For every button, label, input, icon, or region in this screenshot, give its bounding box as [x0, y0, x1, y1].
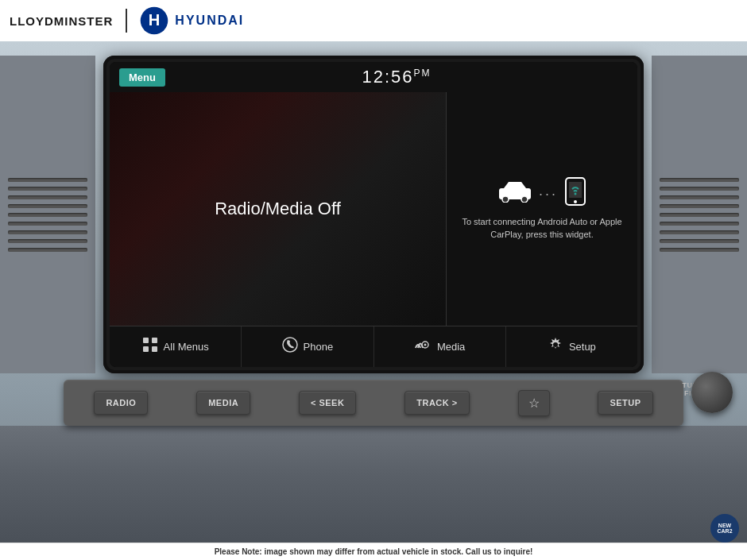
logo-bar: LLOYDMINSTER H HYUNDAI [0, 0, 747, 41]
vent-slot [660, 178, 739, 182]
vent-slot [8, 239, 87, 243]
brand-name: HYUNDAI [175, 14, 244, 28]
volume-knob[interactable] [691, 372, 733, 413]
nav-setup[interactable]: Setup [506, 326, 637, 367]
disclaimer-bar: Please Note: image shown may differ from… [0, 543, 747, 560]
svg-point-7 [574, 200, 577, 203]
vent-slot [8, 204, 87, 208]
grid-icon [142, 337, 158, 357]
connect-text: To start connecting Android Auto or Appl… [456, 215, 628, 241]
svg-rect-9 [143, 338, 149, 343]
car-icon [497, 180, 532, 203]
vent-slot [660, 230, 739, 234]
phone-nav-icon [282, 337, 298, 357]
menu-button[interactable]: Menu [119, 68, 165, 87]
vent-slot [660, 187, 739, 191]
dashboard-panel [0, 426, 747, 544]
screen-content: Radio/Media Off ... [110, 92, 637, 326]
svg-rect-12 [152, 346, 157, 352]
infotainment-screen: Menu 12:56PM Radio/Media Off [103, 56, 644, 373]
svg-point-3 [502, 196, 509, 203]
screen-time: 12:56PM [165, 67, 628, 87]
vent-slot [8, 178, 87, 182]
nav-phone[interactable]: Phone [242, 326, 374, 367]
dealer-name: LLOYDMINSTER [10, 14, 113, 28]
screen-nav-bar: All Menus Phone [110, 326, 637, 367]
vent-slot [660, 195, 739, 199]
radio-button[interactable]: RADIO [94, 391, 148, 415]
newcar-logo-text: NEWCAR2 [717, 523, 732, 534]
media-button[interactable]: MEDIA [196, 391, 250, 415]
vent-slot [8, 248, 87, 252]
vent-slot [8, 195, 87, 199]
disclaimer-text: Please Note: image shown may differ from… [215, 547, 533, 556]
seek-button[interactable]: < SEEK [299, 391, 356, 415]
connect-panel[interactable]: ... To start connecting Android Auto or … [447, 92, 637, 326]
track-button[interactable]: TRACK > [404, 391, 469, 415]
svg-rect-11 [143, 346, 149, 352]
vent-slot [8, 222, 87, 226]
nav-media[interactable]: Media [374, 326, 506, 367]
screen-header: Menu 12:56PM [110, 62, 637, 92]
svg-point-17 [553, 342, 558, 347]
right-vent [652, 56, 747, 373]
hyundai-h-icon: H [140, 6, 168, 35]
vent-slot [8, 187, 87, 191]
vent-slot [660, 248, 739, 252]
left-vent [0, 56, 95, 373]
logo-divider [126, 9, 127, 33]
setup-physical-button[interactable]: SETUP [598, 391, 652, 415]
vent-slot [660, 222, 739, 226]
svg-rect-10 [152, 338, 157, 343]
physical-buttons-row: RADIO MEDIA < SEEK TRACK > ☆ SETUP [64, 380, 683, 426]
gear-icon [548, 337, 563, 357]
phone-icon [564, 177, 586, 206]
nav-setup-label: Setup [569, 341, 596, 353]
vent-slot [8, 213, 87, 217]
vent-slot [8, 230, 87, 234]
vent-slot [660, 204, 739, 208]
nav-media-label: Media [437, 341, 465, 353]
favorite-button[interactable]: ☆ [518, 390, 550, 416]
svg-point-4 [521, 196, 528, 203]
screen-display: Menu 12:56PM Radio/Media Off [110, 62, 637, 367]
radio-off-text: Radio/Media Off [215, 199, 341, 219]
newcar-logo: NEWCAR2 [710, 514, 739, 543]
vent-slot [660, 213, 739, 217]
vent-slot [660, 239, 739, 243]
hyundai-logo: H HYUNDAI [140, 6, 244, 35]
media-icon [414, 337, 432, 357]
connect-icon-row: ... [497, 177, 586, 206]
svg-point-8 [575, 192, 577, 195]
connect-dots: ... [539, 183, 558, 199]
nav-all-menus[interactable]: All Menus [110, 326, 242, 367]
radio-off-panel: Radio/Media Off [110, 92, 447, 326]
svg-point-15 [424, 344, 426, 346]
svg-text:H: H [149, 11, 161, 29]
nav-phone-label: Phone [304, 341, 334, 353]
nav-all-menus-label: All Menus [164, 341, 209, 353]
